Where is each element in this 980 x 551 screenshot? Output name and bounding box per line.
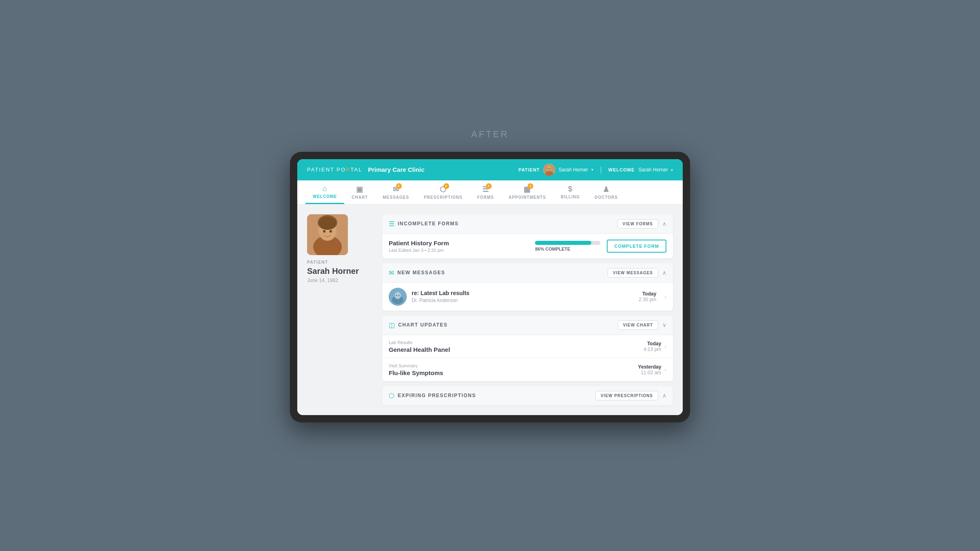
chart-hour-1: 11:02 am: [638, 370, 662, 375]
new-messages-section: ✉ NEW MESSAGES VIEW MESSAGES ∧: [382, 263, 673, 311]
nav-item-chart[interactable]: ▣ CHART: [344, 181, 375, 204]
message-chevron-right: ›: [664, 293, 666, 300]
view-chart-button[interactable]: VIEW CHART: [618, 320, 658, 330]
top-bar-patient-info[interactable]: PATIENT Sarah Horner ▾: [519, 164, 593, 176]
svg-point-15: [331, 231, 334, 233]
new-messages-header: ✉ NEW MESSAGES VIEW MESSAGES ∧: [382, 263, 673, 283]
nav-item-prescriptions[interactable]: ⬡ 2 PRESCRIPTIONS: [416, 181, 470, 204]
chart-date-0: Today: [644, 341, 661, 347]
appointments-nav-icon: ▦ 1: [523, 185, 531, 194]
chart-nav-icon: ▣: [356, 185, 363, 194]
chart-chevron-0: ›: [664, 343, 666, 350]
patient-name-topbar: Sarah Horner: [559, 167, 588, 173]
top-bar-welcome-info[interactable]: WELCOME Sarah Horner ▾: [608, 167, 673, 173]
form-info: Patient History Form Last Edited Jan 3 •…: [389, 240, 528, 253]
prescriptions-badge: 2: [443, 183, 449, 189]
nav-item-welcome[interactable]: ⌂ WELCOME: [305, 180, 344, 204]
doctors-nav-label: DOCTORS: [595, 195, 618, 200]
expiring-prescriptions-title: EXPIRING PRESCRIPTIONS: [398, 393, 595, 398]
patient-info-label: PATIENT: [307, 260, 372, 264]
appointments-nav-label: APPOINTMENTS: [509, 195, 546, 200]
forms-badge: 1: [486, 183, 492, 189]
tablet-screen: PATIENT PORTAL Primary Care Clinic PATIE…: [297, 159, 683, 415]
patient-avatar-large: [307, 214, 348, 255]
svg-point-3: [547, 166, 551, 170]
prescriptions-nav-label: PRESCRIPTIONS: [424, 195, 463, 200]
topbar-divider: |: [600, 165, 602, 174]
nav-item-forms[interactable]: ☰ 1 FORMS: [470, 181, 501, 204]
chart-item-1[interactable]: Visit Summary Flu-like Symptoms Yesterda…: [382, 358, 673, 381]
collapse-messages-button[interactable]: ∧: [662, 269, 666, 276]
chart-header-icon: ◫: [389, 321, 395, 329]
forms-nav-icon: ☰ 1: [482, 185, 489, 194]
sidebar: PATIENT Sarah Horner June 14, 1982: [307, 214, 372, 405]
view-messages-button[interactable]: VIEW MESSAGES: [608, 268, 658, 278]
appointments-badge: 1: [528, 183, 533, 189]
messages-nav-icon: ✉ 2: [393, 185, 399, 194]
collapse-forms-button[interactable]: ∧: [662, 220, 666, 227]
patient-info-name: Sarah Horner: [307, 266, 372, 276]
chart-updates-title: CHART UPDATES: [398, 322, 618, 328]
avatar-small: [543, 164, 555, 176]
form-item: Patient History Form Last Edited Jan 3 •…: [382, 234, 673, 258]
top-bar: PATIENT PORTAL Primary Care Clinic PATIE…: [297, 159, 683, 180]
messages-header-icon: ✉: [389, 269, 394, 277]
incomplete-forms-title: INCOMPLETE FORMS: [398, 221, 617, 227]
svg-point-14: [321, 231, 324, 233]
chart-item-0[interactable]: Lab Results General Health Panel Today 4…: [382, 335, 673, 358]
svg-point-19: [395, 292, 401, 298]
welcome-chevron: ▾: [671, 168, 673, 172]
portal-logo: PATIENT PORTAL: [307, 167, 362, 173]
svg-point-4: [548, 168, 549, 169]
billing-nav-icon: $: [568, 185, 572, 193]
expiring-prescriptions-header: ⬡ EXPIRING PRESCRIPTIONS VIEW PRESCRIPTI…: [382, 386, 673, 405]
nav-item-appointments[interactable]: ▦ 1 APPOINTMENTS: [501, 181, 553, 204]
incomplete-forms-section: ☰ INCOMPLETE FORMS VIEW FORMS ∧ Patient …: [382, 214, 673, 258]
message-subject: re: Latest Lab results: [412, 290, 634, 296]
progress-bar-fill: [535, 241, 591, 245]
svg-point-5: [550, 168, 551, 169]
top-bar-right: PATIENT Sarah Horner ▾: [519, 164, 673, 176]
svg-point-21: [399, 295, 399, 295]
progress-bar-bg: [535, 241, 600, 245]
welcome-nav-label: WELCOME: [313, 194, 337, 199]
nav-item-doctors[interactable]: ♟ DOCTORS: [587, 181, 625, 204]
chart-info-1: Visit Summary Flu-like Symptoms: [389, 363, 638, 376]
chart-category-0: Lab Results: [389, 340, 644, 345]
messages-badge: 2: [396, 183, 402, 189]
message-item[interactable]: re: Latest Lab results Dr. Patricia Ande…: [382, 283, 673, 311]
form-edited: Last Edited Jan 3 • 2:31 pm: [389, 248, 528, 253]
incomplete-forms-header: ☰ INCOMPLETE FORMS VIEW FORMS ∧: [382, 214, 673, 234]
welcome-name: Sarah Horner: [639, 167, 668, 173]
message-info: re: Latest Lab results Dr. Patricia Ande…: [412, 290, 634, 303]
message-time: Today 2:30 pm: [639, 291, 656, 302]
nav-bar: ⌂ WELCOME ▣ CHART ✉ 2 MESSAGES ⬡ 2: [297, 180, 683, 204]
nav-item-billing[interactable]: $ BILLING: [553, 181, 587, 203]
nav-item-messages[interactable]: ✉ 2 MESSAGES: [375, 181, 416, 204]
chart-title-1: Flu-like Symptoms: [389, 369, 638, 376]
messages-nav-label: MESSAGES: [383, 195, 409, 200]
view-forms-button[interactable]: VIEW FORMS: [617, 219, 658, 229]
collapse-chart-button[interactable]: ∨: [662, 322, 666, 328]
portal-logo-text: PATIENT PORTAL: [307, 167, 362, 173]
message-date: Today: [639, 291, 656, 297]
chart-hour-0: 4:13 pm: [644, 347, 661, 352]
patient-label-topbar: PATIENT: [519, 167, 540, 172]
welcome-nav-icon: ⌂: [323, 184, 327, 193]
chart-time-1: Yesterday 11:02 am: [638, 364, 662, 375]
forms-header-icon: ☰: [389, 220, 394, 228]
prescriptions-nav-icon: ⬡ 2: [440, 185, 447, 194]
chart-updates-header: ◫ CHART UPDATES VIEW CHART ∨: [382, 315, 673, 335]
after-label: AFTER: [471, 129, 509, 140]
content-area: ☰ INCOMPLETE FORMS VIEW FORMS ∧ Patient …: [382, 214, 673, 405]
main-content: PATIENT Sarah Horner June 14, 1982 ☰ INC…: [297, 204, 683, 415]
tablet-frame: PATIENT PORTAL Primary Care Clinic PATIE…: [290, 152, 690, 422]
collapse-prescriptions-button[interactable]: ∧: [662, 392, 666, 399]
prescriptions-header-icon: ⬡: [389, 392, 394, 400]
message-hour: 2:30 pm: [639, 297, 656, 302]
welcome-label: WELCOME: [608, 167, 635, 172]
view-prescriptions-button[interactable]: VIEW PRESCRIPTIONS: [595, 391, 658, 400]
patient-info-dob: June 14, 1982: [307, 278, 372, 283]
complete-form-button[interactable]: COMPLETE FORM: [607, 240, 666, 253]
forms-nav-label: FORMS: [477, 195, 494, 200]
